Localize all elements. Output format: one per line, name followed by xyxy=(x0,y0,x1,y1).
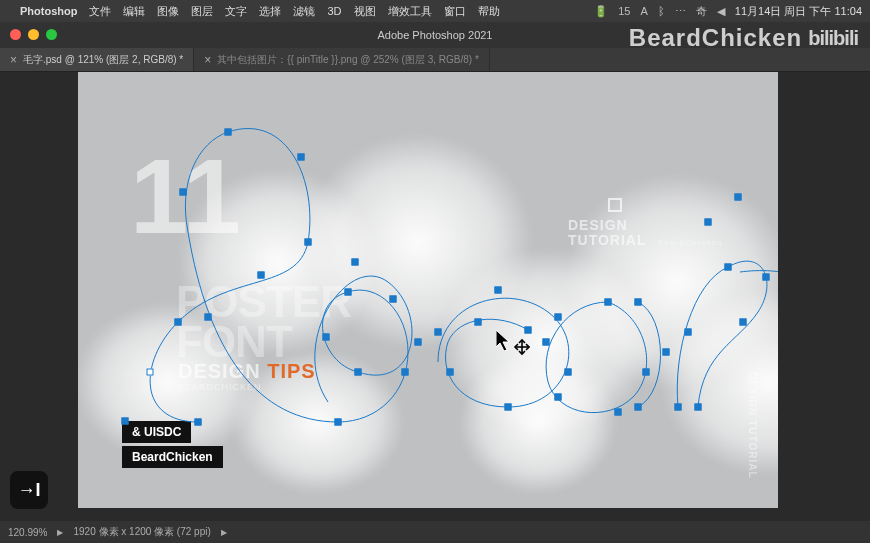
menu-layer[interactable]: 图层 xyxy=(191,4,213,19)
menu-select[interactable]: 选择 xyxy=(259,4,281,19)
status-icon[interactable]: ⋯ xyxy=(675,5,686,18)
status-icon[interactable]: A xyxy=(640,5,647,17)
menu-image[interactable]: 图像 xyxy=(157,4,179,19)
status-icon[interactable]: ◀ xyxy=(717,5,725,18)
side-fab-button[interactable]: →I xyxy=(10,471,48,509)
menu-file[interactable]: 文件 xyxy=(89,4,111,19)
tab-close-icon[interactable]: × xyxy=(204,54,211,66)
mac-menubar: Photoshop 文件 编辑 图像 图层 文字 选择 滤镜 3D 视图 增效工… xyxy=(0,0,870,22)
doc-tab-label: 其中包括图片：{{ pinTitle }}.png @ 252% (图层 3, … xyxy=(217,53,479,67)
menu-view[interactable]: 视图 xyxy=(354,4,376,19)
traffic-lights xyxy=(10,29,57,40)
watermark-text: BeardChicken xyxy=(629,24,802,52)
chevron-icon[interactable]: ▶ xyxy=(221,528,227,537)
vector-path[interactable] xyxy=(78,72,778,508)
menu-type[interactable]: 文字 xyxy=(225,4,247,19)
menu-filter[interactable]: 滤镜 xyxy=(293,4,315,19)
menu-edit[interactable]: 编辑 xyxy=(123,4,145,19)
menu-help[interactable]: 帮助 xyxy=(478,4,500,19)
clock[interactable]: 11月14日 周日 下午 11:04 xyxy=(735,4,862,19)
status-icon[interactable]: 15 xyxy=(618,5,630,17)
doc-tab-1[interactable]: × 毛字.psd @ 121% (图层 2, RGB/8) * xyxy=(0,48,194,71)
menu-window[interactable]: 窗口 xyxy=(444,4,466,19)
status-icon[interactable]: ᛒ xyxy=(658,5,665,17)
app-name[interactable]: Photoshop xyxy=(20,5,77,17)
doc-tab-label: 毛字.psd @ 121% (图层 2, RGB/8) * xyxy=(23,53,183,67)
tab-close-icon[interactable]: × xyxy=(10,54,17,66)
status-bar: 120.99% ▶ 1920 像素 x 1200 像素 (72 ppi) ▶ xyxy=(0,521,870,543)
canvas[interactable]: 11 POSTERFONT DESIGN TIPS BEARDCHICKEN D… xyxy=(78,72,778,508)
zoom-level[interactable]: 120.99% xyxy=(8,527,47,538)
close-icon[interactable] xyxy=(10,29,21,40)
menubar-status: 🔋 15 A ᛒ ⋯ 奇 ◀ 11月14日 周日 下午 11:04 xyxy=(594,0,862,22)
menu-plugins[interactable]: 增效工具 xyxy=(388,4,432,19)
menu-3d[interactable]: 3D xyxy=(327,5,341,17)
window-title: Adobe Photoshop 2021 xyxy=(378,29,493,41)
minimize-icon[interactable] xyxy=(28,29,39,40)
doc-tab-2[interactable]: × 其中包括图片：{{ pinTitle }}.png @ 252% (图层 3… xyxy=(194,48,490,71)
doc-info: 1920 像素 x 1200 像素 (72 ppi) xyxy=(73,525,210,539)
workspace[interactable]: 11 POSTERFONT DESIGN TIPS BEARDCHICKEN D… xyxy=(0,72,870,521)
zoom-icon[interactable] xyxy=(46,29,57,40)
watermark: BeardChicken bilibili xyxy=(629,24,858,52)
status-icon[interactable]: 奇 xyxy=(696,4,707,19)
bilibili-logo: bilibili xyxy=(808,27,858,50)
status-icon[interactable]: 🔋 xyxy=(594,5,608,18)
chevron-icon[interactable]: ▶ xyxy=(57,528,63,537)
